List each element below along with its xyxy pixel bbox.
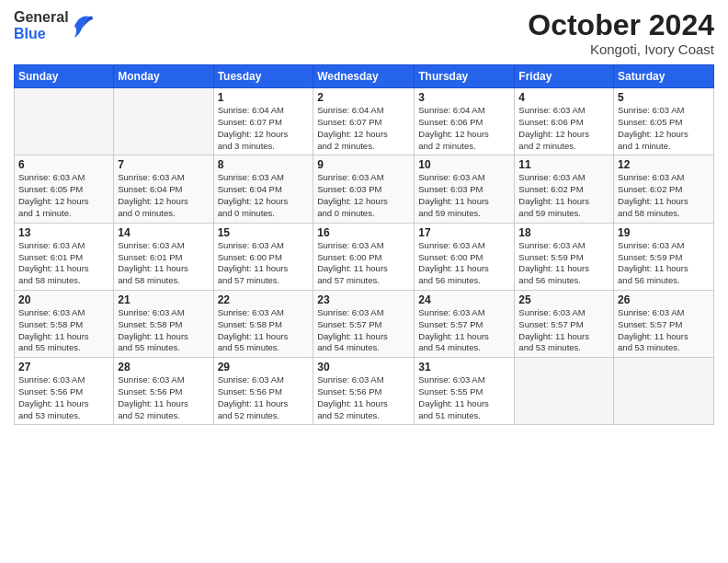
day-info: Sunrise: 6:03 AM Sunset: 5:58 PM Dayligh…: [218, 307, 310, 354]
calendar-cell: [515, 358, 614, 425]
calendar-cell: 12Sunrise: 6:03 AM Sunset: 6:02 PM Dayli…: [614, 155, 714, 223]
day-number: 22: [218, 293, 310, 306]
day-info: Sunrise: 6:03 AM Sunset: 6:05 PM Dayligh…: [618, 105, 710, 152]
day-number: 24: [418, 293, 510, 306]
day-info: Sunrise: 6:03 AM Sunset: 5:57 PM Dayligh…: [618, 307, 710, 354]
calendar-cell: 4Sunrise: 6:03 AM Sunset: 6:06 PM Daylig…: [515, 88, 614, 155]
calendar-cell: [15, 88, 114, 155]
calendar-cell: 15Sunrise: 6:03 AM Sunset: 6:00 PM Dayli…: [213, 223, 313, 290]
day-number: 29: [218, 361, 310, 373]
calendar-cell: 1Sunrise: 6:04 AM Sunset: 6:07 PM Daylig…: [213, 88, 313, 155]
logo-bird-icon: [73, 12, 93, 40]
day-number: 19: [618, 226, 710, 239]
day-number: 2: [317, 91, 410, 104]
day-info: Sunrise: 6:03 AM Sunset: 6:04 PM Dayligh…: [118, 172, 209, 219]
day-info: Sunrise: 6:03 AM Sunset: 5:56 PM Dayligh…: [18, 374, 109, 421]
day-info: Sunrise: 6:03 AM Sunset: 6:00 PM Dayligh…: [218, 240, 310, 287]
calendar-cell: 22Sunrise: 6:03 AM Sunset: 5:58 PM Dayli…: [213, 290, 313, 357]
calendar-cell: 27Sunrise: 6:03 AM Sunset: 5:56 PM Dayli…: [15, 358, 114, 425]
day-number: 13: [18, 226, 109, 239]
calendar-cell: 24Sunrise: 6:03 AM Sunset: 5:57 PM Dayli…: [415, 290, 515, 357]
title-section: October 2024 Kongoti, Ivory Coast: [528, 9, 714, 57]
calendar-cell: 3Sunrise: 6:04 AM Sunset: 6:06 PM Daylig…: [415, 88, 515, 155]
day-info: Sunrise: 6:03 AM Sunset: 5:56 PM Dayligh…: [218, 374, 310, 421]
day-number: 14: [118, 226, 209, 239]
day-number: 10: [418, 158, 510, 171]
logo-blue-text: Blue: [14, 26, 46, 42]
calendar-cell: 31Sunrise: 6:03 AM Sunset: 5:55 PM Dayli…: [415, 358, 515, 425]
day-info: Sunrise: 6:03 AM Sunset: 6:00 PM Dayligh…: [317, 240, 410, 287]
calendar-container: General Blue October 2024 Kongoti, Ivory…: [0, 0, 728, 434]
calendar-cell: 16Sunrise: 6:03 AM Sunset: 6:00 PM Dayli…: [313, 223, 415, 290]
calendar-cell: 9Sunrise: 6:03 AM Sunset: 6:03 PM Daylig…: [313, 155, 415, 223]
calendar-cell: 18Sunrise: 6:03 AM Sunset: 5:59 PM Dayli…: [515, 223, 614, 290]
week-row-3: 13Sunrise: 6:03 AM Sunset: 6:01 PM Dayli…: [15, 223, 714, 290]
day-number: 9: [317, 158, 410, 171]
day-info: Sunrise: 6:03 AM Sunset: 6:03 PM Dayligh…: [317, 172, 410, 219]
calendar-cell: 10Sunrise: 6:03 AM Sunset: 6:03 PM Dayli…: [415, 155, 515, 223]
week-row-5: 27Sunrise: 6:03 AM Sunset: 5:56 PM Dayli…: [15, 358, 714, 425]
day-info: Sunrise: 6:03 AM Sunset: 6:01 PM Dayligh…: [18, 240, 109, 287]
day-number: 26: [618, 293, 710, 306]
day-info: Sunrise: 6:04 AM Sunset: 6:07 PM Dayligh…: [317, 105, 410, 152]
month-title: October 2024: [528, 9, 714, 41]
calendar-cell: 8Sunrise: 6:03 AM Sunset: 6:04 PM Daylig…: [213, 155, 313, 223]
calendar-cell: 13Sunrise: 6:03 AM Sunset: 6:01 PM Dayli…: [15, 223, 114, 290]
day-number: 8: [218, 158, 310, 171]
header-friday: Friday: [515, 65, 614, 88]
day-number: 27: [18, 361, 109, 373]
day-number: 30: [317, 361, 410, 373]
logo: General Blue: [14, 9, 93, 41]
calendar-cell: 30Sunrise: 6:03 AM Sunset: 5:56 PM Dayli…: [313, 358, 415, 425]
calendar-cell: 21Sunrise: 6:03 AM Sunset: 5:58 PM Dayli…: [114, 290, 213, 357]
week-row-4: 20Sunrise: 6:03 AM Sunset: 5:58 PM Dayli…: [15, 290, 714, 357]
calendar-cell: 29Sunrise: 6:03 AM Sunset: 5:56 PM Dayli…: [213, 358, 313, 425]
day-info: Sunrise: 6:03 AM Sunset: 5:55 PM Dayligh…: [418, 374, 510, 421]
week-row-2: 6Sunrise: 6:03 AM Sunset: 6:05 PM Daylig…: [15, 155, 714, 223]
days-header-row: Sunday Monday Tuesday Wednesday Thursday…: [15, 65, 714, 88]
calendar-cell: 6Sunrise: 6:03 AM Sunset: 6:05 PM Daylig…: [15, 155, 114, 223]
calendar-cell: 25Sunrise: 6:03 AM Sunset: 5:57 PM Dayli…: [515, 290, 614, 357]
calendar-table: Sunday Monday Tuesday Wednesday Thursday…: [14, 64, 714, 425]
day-info: Sunrise: 6:03 AM Sunset: 5:57 PM Dayligh…: [317, 307, 410, 354]
day-number: 4: [518, 91, 609, 104]
header-monday: Monday: [114, 65, 213, 88]
day-info: Sunrise: 6:03 AM Sunset: 5:56 PM Dayligh…: [118, 374, 209, 421]
day-info: Sunrise: 6:03 AM Sunset: 6:03 PM Dayligh…: [418, 172, 510, 219]
day-info: Sunrise: 6:03 AM Sunset: 6:02 PM Dayligh…: [518, 172, 609, 219]
subtitle: Kongoti, Ivory Coast: [528, 41, 714, 57]
calendar-cell: 26Sunrise: 6:03 AM Sunset: 5:57 PM Dayli…: [614, 290, 714, 357]
day-number: 31: [418, 361, 510, 373]
calendar-cell: [614, 358, 714, 425]
day-number: 20: [18, 293, 109, 306]
day-info: Sunrise: 6:03 AM Sunset: 6:01 PM Dayligh…: [118, 240, 209, 287]
day-info: Sunrise: 6:03 AM Sunset: 5:58 PM Dayligh…: [18, 307, 109, 354]
week-row-1: 1Sunrise: 6:04 AM Sunset: 6:07 PM Daylig…: [15, 88, 714, 155]
calendar-cell: 28Sunrise: 6:03 AM Sunset: 5:56 PM Dayli…: [114, 358, 213, 425]
day-number: 1: [218, 91, 310, 104]
day-number: 3: [418, 91, 510, 104]
calendar-cell: 19Sunrise: 6:03 AM Sunset: 5:59 PM Dayli…: [614, 223, 714, 290]
day-info: Sunrise: 6:03 AM Sunset: 6:05 PM Dayligh…: [18, 172, 109, 219]
header-thursday: Thursday: [415, 65, 515, 88]
day-number: 7: [118, 158, 209, 171]
day-number: 15: [218, 226, 310, 239]
day-number: 17: [418, 226, 510, 239]
calendar-cell: 2Sunrise: 6:04 AM Sunset: 6:07 PM Daylig…: [313, 88, 415, 155]
day-info: Sunrise: 6:03 AM Sunset: 6:06 PM Dayligh…: [518, 105, 609, 152]
day-info: Sunrise: 6:03 AM Sunset: 5:56 PM Dayligh…: [317, 374, 410, 421]
day-info: Sunrise: 6:03 AM Sunset: 6:02 PM Dayligh…: [618, 172, 710, 219]
header-saturday: Saturday: [614, 65, 714, 88]
header-sunday: Sunday: [15, 65, 114, 88]
day-number: 11: [518, 158, 609, 171]
calendar-cell: 20Sunrise: 6:03 AM Sunset: 5:58 PM Dayli…: [15, 290, 114, 357]
day-info: Sunrise: 6:03 AM Sunset: 5:59 PM Dayligh…: [618, 240, 710, 287]
day-info: Sunrise: 6:03 AM Sunset: 6:00 PM Dayligh…: [418, 240, 510, 287]
day-number: 6: [18, 158, 109, 171]
day-info: Sunrise: 6:03 AM Sunset: 6:04 PM Dayligh…: [218, 172, 310, 219]
day-number: 12: [618, 158, 710, 171]
day-info: Sunrise: 6:04 AM Sunset: 6:07 PM Dayligh…: [218, 105, 310, 152]
calendar-cell: 7Sunrise: 6:03 AM Sunset: 6:04 PM Daylig…: [114, 155, 213, 223]
header: General Blue October 2024 Kongoti, Ivory…: [14, 9, 714, 57]
day-number: 5: [618, 91, 710, 104]
